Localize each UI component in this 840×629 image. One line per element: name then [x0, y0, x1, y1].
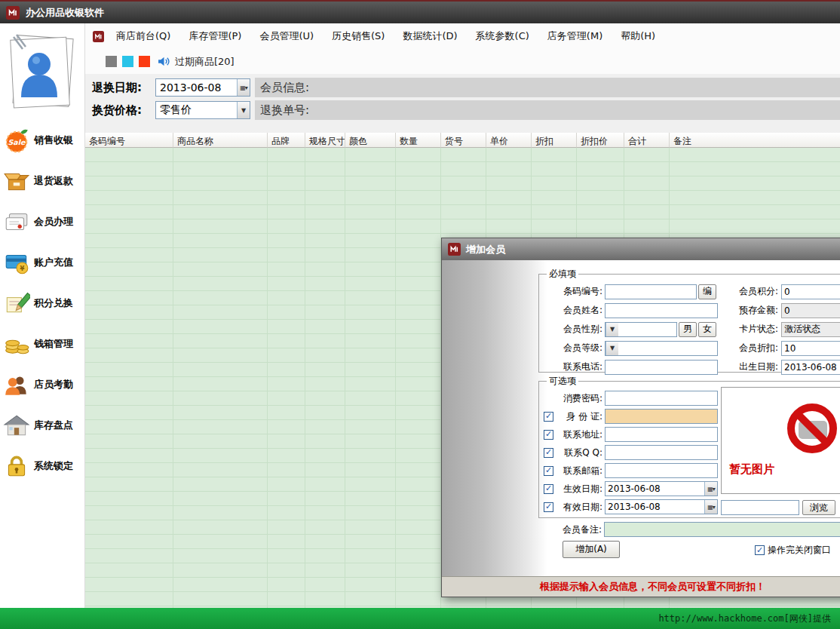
member-photo-box: 暂无图片 [721, 387, 840, 494]
return-date-value: 2013-06-08 [156, 81, 237, 94]
idcard-input[interactable] [605, 409, 718, 424]
credit-text: http://www.hackhome.com[网侠]提供 [658, 612, 831, 625]
address-input[interactable] [605, 427, 718, 442]
email-input[interactable] [605, 463, 718, 478]
member-name-input[interactable] [605, 303, 718, 318]
calendar-dropdown-icon[interactable] [704, 500, 717, 514]
email-checkbox[interactable] [544, 466, 553, 476]
menu-store-front[interactable]: 商店前台(Q) [110, 28, 176, 44]
dialog-status-text: 根据提示输入会员信息，不同会员可设置不同折扣！ [540, 580, 765, 594]
member-discount-label: 会员折扣: [724, 342, 778, 354]
column-header: 合计 [624, 133, 670, 148]
male-button[interactable]: 男 [679, 322, 697, 337]
add-member-button[interactable]: 增加(A) [563, 541, 620, 558]
member-discount-value: 10 [784, 343, 796, 354]
phone-label: 联系电话: [544, 361, 602, 373]
menu-system-parameters[interactable]: 系统参数(C) [470, 28, 535, 44]
remark-input[interactable] [604, 522, 840, 537]
expired-goods-notice[interactable]: 过期商品[20] [175, 55, 235, 69]
dropdown-arrow-icon[interactable] [605, 342, 618, 355]
column-header: 折扣 [532, 133, 577, 148]
sidebar-item-points-exchange[interactable]: 积分兑换 [0, 283, 84, 324]
member-points-input[interactable]: 0 [781, 284, 840, 299]
sidebar-item-label: 店员考勤 [34, 378, 73, 391]
menu-store-admin[interactable]: 店务管理(M) [541, 28, 609, 44]
sale-icon-text: Sale [8, 138, 26, 146]
footer-bar: http://www.hackhome.com[网侠]提供 [0, 608, 840, 629]
menu-help[interactable]: 帮助(H) [615, 28, 661, 44]
menu-data-statistics[interactable]: 数据统计(D) [397, 28, 463, 44]
password-input[interactable] [605, 391, 718, 406]
warehouse-icon [3, 412, 30, 439]
member-name-label: 会员姓名: [544, 304, 602, 317]
column-header: 数量 [396, 133, 441, 148]
idcard-label: 身 份 证: [556, 410, 602, 423]
sidebar-item-label: 库存盘点 [34, 419, 73, 432]
qq-input[interactable] [605, 445, 718, 460]
card-status-value: 激活状态 [784, 323, 820, 336]
recharge-card-icon: ¥ [3, 249, 30, 276]
address-checkbox[interactable] [544, 430, 553, 440]
table-column [396, 148, 441, 608]
sidebar-item-account-recharge[interactable]: ¥ 账户充值 [0, 242, 84, 283]
return-date-input[interactable]: 2013-06-08 [155, 78, 250, 97]
calendar-dropdown-icon[interactable] [237, 79, 250, 96]
valid-date-checkbox[interactable] [544, 502, 553, 512]
dialog-icon [448, 243, 461, 256]
phone-input[interactable] [605, 360, 718, 375]
sidebar-item-cashbox-management[interactable]: 钱箱管理 [0, 324, 84, 364]
member-discount-input[interactable]: 10 [781, 341, 840, 356]
member-points-label: 会员积分: [724, 285, 778, 298]
sidebar-item-return-refund[interactable]: 退货返款 [0, 161, 84, 201]
staff-icon [3, 371, 30, 398]
title-bar[interactable]: 办公用品收银软件 [0, 0, 840, 23]
dialog-title-bar[interactable]: 增加会员 [442, 238, 840, 260]
member-level-select[interactable] [605, 341, 718, 356]
sidebar-item-system-lock[interactable]: 系统锁定 [0, 446, 84, 486]
effective-date-input[interactable]: 2013-06-08 [605, 481, 718, 496]
sidebar-item-label: 退货返款 [34, 174, 73, 188]
valid-date-input[interactable]: 2013-06-08 [605, 499, 718, 514]
sidebar-item-staff-attendance[interactable]: 店员考勤 [0, 364, 84, 405]
close-after-operation[interactable]: 操作完关闭窗口 [755, 544, 831, 557]
close-after-checkbox[interactable] [755, 545, 765, 555]
sidebar-item-sales-cashier[interactable]: Sale 销售收银 [0, 120, 84, 161]
menu-inventory-management[interactable]: 库存管理(P) [182, 28, 247, 44]
column-header: 条码编号 [85, 133, 173, 148]
female-button[interactable]: 女 [698, 322, 716, 337]
birthday-input[interactable]: 2013-06-08 [781, 360, 840, 375]
edit-barcode-button[interactable]: 编 [698, 284, 716, 299]
barcode-input[interactable] [605, 284, 697, 299]
birthday-label: 出生日期: [724, 361, 778, 373]
required-group: 必填项 条码编号: 编 会员积分: 0 会员姓名: 预存金额: 0 [538, 268, 840, 373]
photo-path-input[interactable] [721, 500, 799, 515]
sidebar-item-member-service[interactable]: 会员办理 [0, 201, 84, 242]
birthday-value: 2013-06-08 [784, 362, 837, 373]
calendar-dropdown-icon[interactable] [704, 482, 717, 496]
idcard-checkbox[interactable] [544, 412, 553, 422]
no-image-text: 暂无图片 [729, 462, 774, 477]
qq-checkbox[interactable] [544, 448, 553, 458]
exchange-price-value: 零售价 [156, 103, 237, 117]
prestore-amount-value: 0 [784, 305, 790, 316]
prestore-amount-input[interactable]: 0 [781, 303, 840, 318]
sidebar-item-label: 会员办理 [34, 215, 73, 229]
sidebar-item-inventory-check[interactable]: 库存盘点 [0, 405, 84, 446]
effective-date-checkbox[interactable] [544, 484, 553, 494]
member-level-row: 会员等级: 会员折扣: 10 [544, 339, 840, 357]
barcode-label: 条码编号: [544, 285, 602, 298]
return-order-bar: 退换单号: [255, 100, 840, 120]
menu-member-management[interactable]: 会员管理(U) [253, 28, 320, 44]
card-status-input[interactable]: 激活状态 [781, 322, 840, 337]
gender-select[interactable] [605, 322, 677, 337]
exchange-price-select[interactable]: 零售价 [155, 101, 250, 119]
dropdown-arrow-icon[interactable] [605, 323, 618, 336]
phone-row: 联系电话: 出生日期: 2013-06-08 [544, 357, 840, 376]
card-status-label: 卡片状态: [724, 323, 778, 336]
menu-history-sales[interactable]: 历史销售(S) [326, 28, 391, 44]
sidebar-item-label: 账户充值 [34, 256, 73, 269]
dropdown-arrow-icon[interactable] [237, 102, 250, 118]
browse-button[interactable]: 浏览 [802, 500, 835, 515]
column-header: 备注 [670, 133, 840, 148]
return-date-label: 退换日期: [85, 81, 155, 95]
